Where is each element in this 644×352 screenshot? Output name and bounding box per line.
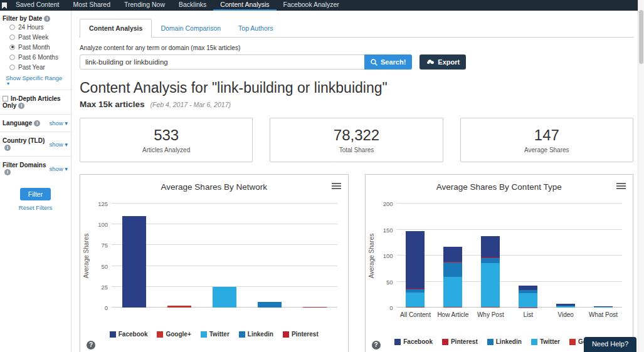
radio-icon [9, 54, 15, 60]
segment-facebook[interactable] [519, 286, 537, 290]
in-depth-row: In-Depth Articles Onlyi [0, 90, 71, 114]
segment-twitter[interactable] [443, 277, 462, 307]
tab-bar: Content AnalysisDomain ComparisonTop Aut… [79, 19, 634, 38]
legend-google[interactable]: Google+ [157, 331, 191, 338]
y-tick-label: 150 [383, 226, 393, 233]
legend-label: Facebook [403, 338, 433, 345]
segment-twitter[interactable] [519, 293, 537, 307]
segment-facebook[interactable] [406, 231, 425, 289]
bar-video[interactable] [556, 204, 575, 308]
nav-item-content-analysis[interactable]: Content Analysis [213, 0, 276, 11]
bar-facebook[interactable] [122, 216, 146, 308]
bar-why-post[interactable] [481, 204, 500, 308]
segment-twitter[interactable] [556, 306, 575, 308]
date-option-past-week[interactable]: Past Week [3, 32, 68, 42]
search-button[interactable]: Search! [364, 54, 412, 70]
result-subtitle: Max 15k articles (Feb 4, 2017 - Mar 6, 2… [80, 100, 634, 109]
info-icon[interactable]: i [34, 120, 40, 127]
export-button[interactable]: Export [420, 54, 466, 70]
legend-label: Facebook [119, 331, 148, 338]
legend-pinterest[interactable]: Pinterest [283, 331, 319, 338]
segment-facebook[interactable] [443, 247, 462, 262]
date-options: 24 HoursPast WeekPast MonthPast 6 Months… [3, 22, 68, 72]
info-icon[interactable]: i [18, 103, 24, 109]
show-toggle-link[interactable]: show ▾ [49, 141, 68, 148]
segment-google[interactable] [481, 307, 500, 308]
bar-list[interactable] [519, 204, 537, 308]
nav-item-trending-now[interactable]: Trending Now [117, 0, 172, 11]
vertical-scrollbar[interactable] [638, 0, 644, 352]
nav-item-backlinks[interactable]: Backlinks [172, 0, 213, 11]
y-tick-label: 100 [383, 252, 393, 259]
show-toggle-link[interactable]: show ▾ [49, 165, 68, 172]
reset-filters-link[interactable]: Reset Filters [0, 204, 71, 211]
segment-google[interactable] [443, 307, 462, 308]
top-nav-items: Saved ContentMost SharedTrending NowBack… [9, 0, 346, 11]
show-toggle-link[interactable]: show ▾ [49, 120, 68, 127]
info-icon[interactable]: i [4, 145, 11, 151]
date-option-past-month[interactable]: Past Month [3, 42, 68, 52]
info-icon[interactable]: i [44, 16, 50, 22]
legend-pinterest[interactable]: Pinterest [442, 338, 478, 345]
bar-how-article[interactable] [443, 204, 462, 308]
in-depth-checkbox[interactable] [3, 96, 8, 101]
help-icon[interactable]: ? [372, 341, 381, 349]
show-specific-range-link[interactable]: Show Specific Range [3, 72, 68, 81]
segment-linkedin[interactable] [443, 262, 462, 277]
search-input[interactable] [80, 54, 365, 70]
chart-average-shares-by-network: Average Shares By Network Average Shares… [80, 174, 349, 352]
date-range-label: (Feb 4, 2017 - Mar 6, 2017) [150, 101, 231, 108]
legend-swatch [487, 339, 494, 345]
chart-legend: FacebookGoogle+TwitterLinkedinPinterest [80, 331, 348, 338]
y-axis-label: Average Shares [83, 204, 90, 308]
segment-facebook[interactable] [481, 236, 500, 257]
tab-domain-comparison[interactable]: Domain Comparison [152, 19, 230, 37]
scrollbar-thumb[interactable] [639, 10, 643, 64]
stat-value: 533 [154, 127, 179, 144]
bar-google[interactable] [167, 306, 191, 308]
date-option-24-hours[interactable]: 24 Hours [3, 22, 68, 32]
tab-top-authors[interactable]: Top Authors [230, 19, 282, 37]
nav-item-most-shared[interactable]: Most Shared [66, 0, 117, 11]
info-icon[interactable]: i [4, 169, 11, 175]
nav-item-saved-content[interactable]: Saved Content [9, 0, 66, 11]
y-tick-label: 200 [383, 200, 393, 207]
legend-linkedin[interactable]: Linkedin [487, 338, 522, 345]
legend-label: Google+ [166, 331, 191, 338]
help-icon[interactable]: ? [87, 341, 95, 349]
legend-facebook[interactable]: Facebook [394, 338, 433, 345]
segment-twitter[interactable] [481, 263, 500, 307]
bar-linkedin[interactable] [258, 302, 282, 308]
legend-facebook[interactable]: Facebook [110, 331, 148, 338]
tab-content-analysis[interactable]: Content Analysis [80, 19, 152, 38]
legend-label: Linkedin [496, 338, 522, 345]
legend-twitter[interactable]: Twitter [201, 331, 230, 338]
collapsed-filter-sections: Languageishow ▾Country (TLD)ishow ▾Filte… [0, 114, 71, 180]
bookmark-icon [0, 0, 9, 11]
need-help-button[interactable]: Need Help? [584, 337, 636, 352]
y-tick-label: 50 [386, 278, 393, 285]
legend-linkedin[interactable]: Linkedin [239, 331, 273, 338]
x-label-how-article: How Article [434, 311, 472, 318]
radio-icon [9, 44, 15, 50]
chart-menu-icon[interactable] [332, 182, 341, 190]
segment-twitter[interactable] [406, 292, 425, 307]
bar-twitter[interactable] [213, 287, 236, 308]
y-tick-label: 25 [101, 283, 108, 290]
date-option-past-year[interactable]: Past Year [3, 62, 68, 72]
segment-linkedin[interactable] [481, 258, 500, 263]
bar-what-post[interactable] [594, 204, 613, 308]
nav-item-facebook-analyzer[interactable]: Facebook Analyzer [277, 0, 346, 11]
filter-section-language: Languageishow ▾ [0, 114, 71, 132]
page-title: Content Analysis for "link-building or l… [80, 80, 634, 96]
chevron-down-icon[interactable]: ▾ [3, 81, 68, 86]
date-option-past-6-months[interactable]: Past 6 Months [3, 52, 68, 62]
legend-twitter[interactable]: Twitter [531, 338, 560, 345]
filter-button[interactable]: Filter [20, 188, 51, 200]
bar-all-content[interactable] [406, 204, 425, 308]
segment-google[interactable] [406, 307, 425, 308]
chart-menu-icon[interactable] [616, 182, 626, 190]
y-tick-label: 100 [98, 221, 108, 228]
segment-twitter[interactable] [594, 307, 613, 308]
bar-pinterest[interactable] [303, 307, 327, 308]
